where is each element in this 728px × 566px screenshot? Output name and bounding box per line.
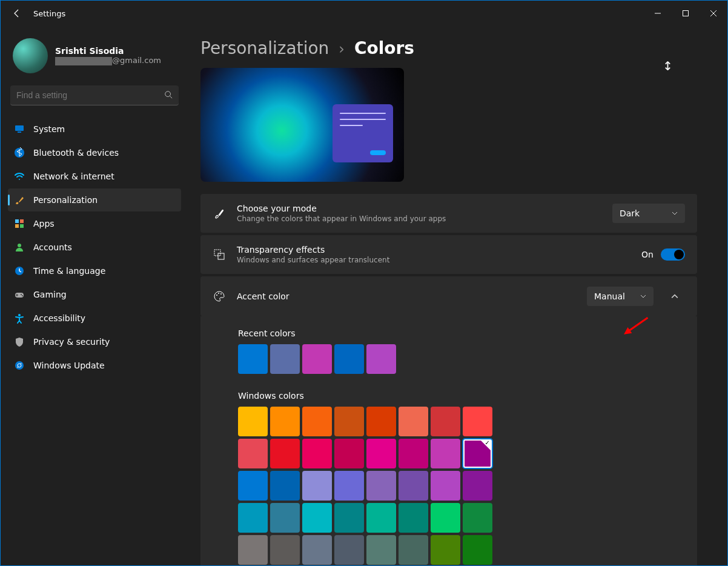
color-swatch[interactable] xyxy=(270,535,300,565)
recent-color-swatch[interactable] xyxy=(302,344,332,374)
color-swatch[interactable] xyxy=(463,535,492,565)
sidebar-item-windows-update[interactable]: Windows Update xyxy=(8,354,181,377)
color-swatch[interactable] xyxy=(302,471,332,501)
sidebar-item-label: Gaming xyxy=(33,290,67,299)
choose-mode-row[interactable]: Choose your mode Change the colors that … xyxy=(200,194,697,233)
collapse-button[interactable] xyxy=(664,286,685,307)
sidebar-item-privacy-security[interactable]: Privacy & security xyxy=(8,330,181,353)
color-swatch[interactable] xyxy=(270,503,300,533)
color-swatch[interactable] xyxy=(431,503,460,533)
row-subtitle: Change the colors that appear in Windows… xyxy=(237,215,601,223)
wallpaper-preview xyxy=(200,68,404,182)
color-swatch[interactable] xyxy=(334,407,364,436)
color-swatch[interactable] xyxy=(302,407,332,436)
svg-rect-6 xyxy=(15,125,24,131)
sidebar-item-accessibility[interactable]: Accessibility xyxy=(8,307,181,330)
clock-icon xyxy=(14,265,25,276)
search-input[interactable] xyxy=(10,85,179,105)
recent-color-swatch[interactable] xyxy=(366,344,396,374)
recent-color-swatch[interactable] xyxy=(238,344,268,374)
color-swatch[interactable] xyxy=(366,503,396,533)
color-swatch[interactable] xyxy=(431,439,460,468)
color-swatch[interactable] xyxy=(238,535,268,565)
color-swatch[interactable] xyxy=(334,503,364,533)
svg-point-24 xyxy=(220,293,222,295)
sidebar-item-personalization[interactable]: Personalization xyxy=(8,188,181,211)
close-button[interactable] xyxy=(700,1,727,26)
breadcrumb-parent[interactable]: Personalization xyxy=(200,38,329,58)
sidebar-item-bluetooth-devices[interactable]: Bluetooth & devices xyxy=(8,141,181,164)
color-swatch[interactable] xyxy=(270,439,300,468)
transparency-row[interactable]: Transparency effects Windows and surface… xyxy=(200,235,697,274)
color-swatch[interactable] xyxy=(463,439,492,468)
sidebar-item-apps[interactable]: Apps xyxy=(8,212,181,235)
accent-color-row[interactable]: Accent color Manual xyxy=(200,276,697,316)
maximize-button[interactable] xyxy=(672,1,700,26)
svg-rect-12 xyxy=(20,224,24,228)
profile-email: @gmail.com xyxy=(55,56,161,65)
palette-icon xyxy=(213,290,226,303)
transparency-toggle[interactable] xyxy=(661,248,685,261)
color-swatch[interactable] xyxy=(463,503,492,533)
accent-dropdown[interactable]: Manual xyxy=(587,287,654,306)
brush-icon xyxy=(14,195,25,205)
color-swatch[interactable] xyxy=(270,471,300,501)
sidebar-item-label: Time & language xyxy=(33,266,105,276)
row-subtitle: Windows and surfaces appear translucent xyxy=(237,256,630,264)
color-swatch[interactable] xyxy=(463,471,492,501)
search-icon xyxy=(164,90,173,101)
svg-point-19 xyxy=(15,361,24,370)
color-swatch[interactable] xyxy=(334,439,364,468)
color-swatch[interactable] xyxy=(366,471,396,501)
bluetooth-icon xyxy=(14,147,25,158)
color-swatch[interactable] xyxy=(334,471,364,501)
sidebar-item-time-language[interactable]: Time & language xyxy=(8,259,181,282)
color-swatch[interactable] xyxy=(463,407,492,436)
color-swatch[interactable] xyxy=(366,535,396,565)
recent-color-swatch[interactable] xyxy=(270,344,300,374)
color-swatch[interactable] xyxy=(399,407,428,436)
color-swatch[interactable] xyxy=(366,439,396,468)
sidebar-item-accounts[interactable]: Accounts xyxy=(8,236,181,259)
color-swatch[interactable] xyxy=(238,471,268,501)
profile-section[interactable]: Srishti Sisodia @gmail.com xyxy=(8,26,181,85)
sidebar-item-label: Apps xyxy=(33,219,55,228)
monitor-icon xyxy=(14,124,25,135)
windows-colors-label: Windows colors xyxy=(238,391,660,401)
color-swatch[interactable] xyxy=(399,471,428,501)
svg-point-17 xyxy=(22,295,23,296)
color-swatch[interactable] xyxy=(431,535,460,565)
color-swatch[interactable] xyxy=(238,439,268,468)
color-swatch[interactable] xyxy=(366,407,396,436)
color-swatch[interactable] xyxy=(431,407,460,436)
window-title: Settings xyxy=(33,9,65,18)
color-swatch[interactable] xyxy=(399,439,428,468)
color-swatch[interactable] xyxy=(334,535,364,565)
minimize-button[interactable] xyxy=(644,1,672,26)
mode-dropdown[interactable]: Dark xyxy=(612,204,685,223)
accessibility-icon xyxy=(14,313,25,324)
svg-line-5 xyxy=(170,96,173,98)
color-swatch[interactable] xyxy=(302,439,332,468)
color-swatch[interactable] xyxy=(302,503,332,533)
svg-point-18 xyxy=(18,314,21,316)
color-swatch[interactable] xyxy=(399,503,428,533)
accent-color-panel: Recent colors Windows colors xyxy=(200,316,697,565)
color-swatch[interactable] xyxy=(270,407,300,436)
color-swatch[interactable] xyxy=(302,535,332,565)
sidebar-item-label: Bluetooth & devices xyxy=(33,148,119,158)
color-swatch[interactable] xyxy=(431,471,460,501)
color-swatch[interactable] xyxy=(238,503,268,533)
sidebar-item-system[interactable]: System xyxy=(8,118,181,141)
sidebar-item-gaming[interactable]: Gaming xyxy=(8,283,181,306)
shield-icon xyxy=(14,336,25,347)
wifi-icon xyxy=(14,171,25,182)
sidebar-item-network-internet[interactable]: Network & internet xyxy=(8,165,181,188)
svg-rect-11 xyxy=(15,224,19,228)
color-swatch[interactable] xyxy=(399,535,428,565)
sidebar-item-label: Accounts xyxy=(33,242,72,252)
back-button[interactable] xyxy=(8,4,26,22)
recent-color-swatch[interactable] xyxy=(334,344,364,374)
color-swatch[interactable] xyxy=(238,407,268,436)
page-title: Colors xyxy=(354,38,414,58)
